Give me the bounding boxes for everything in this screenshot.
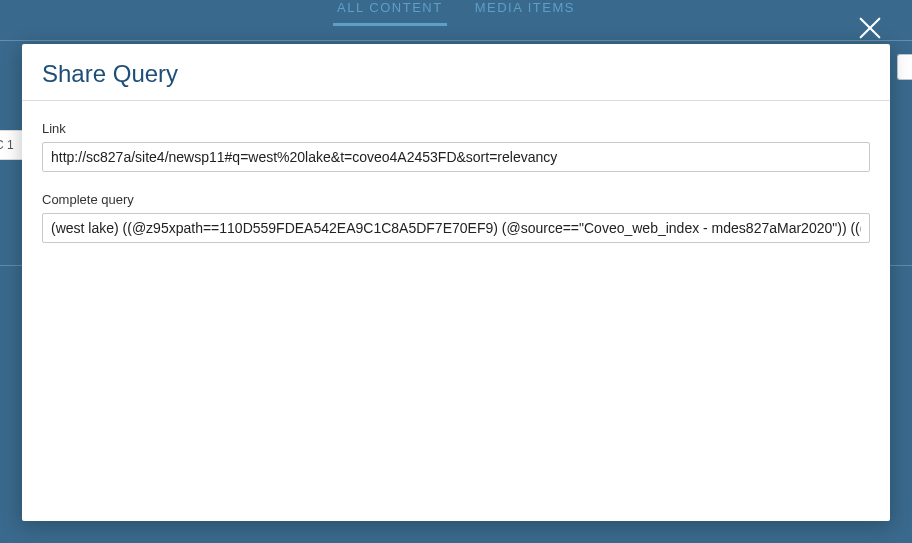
background-button-fragment — [897, 54, 912, 80]
link-input[interactable] — [42, 142, 870, 172]
tab-media-items[interactable]: MEDIA ITEMS — [471, 0, 579, 26]
close-button[interactable] — [856, 14, 884, 42]
background-tabs: ALL CONTENT MEDIA ITEMS — [0, 0, 912, 26]
modal-body: Link Complete query — [22, 101, 890, 261]
background-divider — [0, 40, 912, 41]
close-icon — [856, 14, 884, 42]
modal-header: Share Query — [22, 44, 890, 101]
link-label: Link — [42, 121, 870, 136]
complete-query-input[interactable] — [42, 213, 870, 243]
tab-all-content[interactable]: ALL CONTENT — [333, 0, 447, 26]
share-query-modal: Share Query Link Complete query — [22, 44, 890, 521]
complete-query-label: Complete query — [42, 192, 870, 207]
modal-title: Share Query — [42, 60, 870, 88]
